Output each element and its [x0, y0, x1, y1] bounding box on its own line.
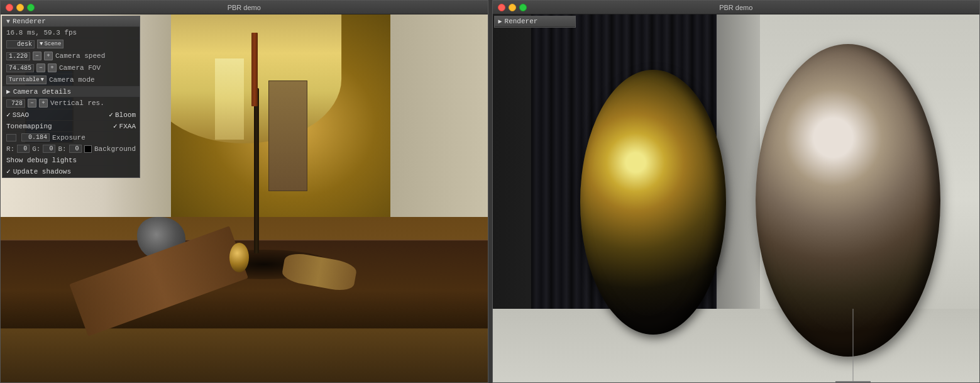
camera-speed-row: 1.220 − + Camera speed	[3, 50, 140, 62]
left-traffic-lights	[6, 4, 35, 11]
left-titlebar: PBR demo	[1, 1, 488, 14]
camera-mode-row: Turntable ▼ Camera mode	[3, 74, 140, 86]
tripod	[823, 291, 882, 382]
debug-lights-label: Show debug lights	[6, 157, 77, 164]
right-maximize-button[interactable]	[519, 4, 527, 11]
right-play-icon: ▶	[498, 18, 502, 25]
vertical-res-label: Vertical res.	[50, 99, 104, 107]
fxaa-check-icon: ✓	[113, 122, 118, 130]
candle-holder	[254, 88, 259, 253]
right-renderer-panel: ▶ Renderer	[494, 16, 576, 28]
bg-b-value: 0	[69, 145, 82, 153]
debug-lights-row[interactable]: Show debug lights	[3, 155, 140, 166]
g-label: G:	[32, 145, 40, 153]
camera-details-label: Camera details	[13, 88, 71, 96]
right-minimize-button[interactable]	[509, 4, 516, 11]
camera-fov-plus[interactable]: +	[48, 64, 57, 72]
left-minimize-button[interactable]	[16, 4, 24, 11]
scene-dropdown-label: Scene	[44, 41, 61, 47]
tonemapping-label: Tonemapping	[6, 123, 52, 130]
dropdown-arrow-icon: ▼	[40, 41, 43, 47]
update-shadows-label: Update shadows	[13, 168, 71, 175]
ssao-check-icon: ✓	[6, 111, 11, 119]
right-close-button[interactable]	[498, 4, 505, 11]
camera-speed-value: 1.220	[6, 52, 30, 60]
bloom-checkbox[interactable]: ✓ Bloom	[109, 111, 136, 119]
exposure-value: 0.184	[21, 133, 50, 142]
vertical-res-minus[interactable]: −	[28, 99, 36, 108]
metal-sphere	[580, 70, 726, 335]
panel-header-label: Renderer	[13, 18, 46, 25]
update-shadows-check-icon: ✓	[6, 167, 11, 175]
ssao-checkbox[interactable]: ✓ SSAO	[6, 111, 29, 119]
background-window	[215, 58, 244, 140]
scene-dropdown[interactable]: ▼ Scene	[37, 40, 63, 48]
panel-arrow-icon: ▼	[6, 18, 10, 25]
right-panel-header-label: Renderer	[505, 18, 538, 25]
camera-fov-minus[interactable]: −	[36, 64, 45, 72]
exposure-row: 0.184 Exposure	[3, 132, 140, 143]
bg-r-value: 0	[17, 145, 30, 153]
right-traffic-lights	[498, 4, 527, 11]
camera-fov-row: 74.485 − + Camera FOV	[3, 62, 140, 74]
bloom-check-icon: ✓	[109, 111, 113, 119]
camera-fov-value: 74.485	[6, 64, 34, 72]
ssao-bloom-row: ✓ SSAO ✓ Bloom	[3, 109, 140, 121]
vertical-res-plus[interactable]: +	[39, 99, 48, 108]
background-door	[268, 80, 307, 191]
camera-mode-dropdown[interactable]: Turntable ▼	[6, 75, 47, 84]
right-window-title: PBR demo	[719, 4, 752, 11]
left-maximize-button[interactable]	[27, 4, 35, 11]
tonemapping-checkbox[interactable]: Tonemapping	[6, 123, 52, 130]
renderer-panel: ▼ Renderer 16.8 ms, 59.3 fps desk ▼ Scen…	[2, 16, 140, 178]
background-label: Background	[94, 145, 136, 153]
right-window: PBR demo ▶ Renderer	[492, 0, 981, 383]
fxaa-label: FXAA	[119, 123, 136, 130]
camera-speed-plus[interactable]: +	[44, 52, 53, 60]
camera-details-arrow-icon: ▶	[6, 87, 11, 96]
exposure-label: Exposure	[52, 134, 85, 142]
right-titlebar: PBR demo	[493, 1, 980, 14]
camera-mode-arrow-icon: ▼	[41, 77, 44, 83]
r-label: R:	[6, 145, 14, 153]
candle	[251, 33, 258, 106]
update-shadows-row[interactable]: ✓ Update shadows	[3, 166, 140, 177]
right-window-content: ▶ Renderer	[493, 14, 980, 382]
left-window-title: PBR demo	[228, 4, 261, 11]
bloom-label: Bloom	[115, 111, 136, 119]
camera-mode-value: Turntable	[9, 77, 40, 83]
small-sphere	[229, 243, 249, 272]
panel-header[interactable]: ▼ Renderer	[3, 16, 140, 27]
stats-text: 16.8 ms, 59.3 fps	[6, 29, 77, 36]
camera-details-row[interactable]: ▶ Camera details	[3, 86, 140, 97]
camera-mode-label: Camera mode	[49, 76, 95, 84]
background-color-swatch[interactable]	[84, 145, 92, 153]
camera-speed-minus[interactable]: −	[33, 52, 41, 60]
tonemapping-fxaa-row: Tonemapping ✓ FXAA	[3, 121, 140, 132]
right-panel-header[interactable]: ▶ Renderer	[495, 16, 575, 27]
scene-row: desk ▼ Scene	[3, 38, 140, 50]
camera-fov-label: Camera FOV	[59, 64, 101, 72]
left-close-button[interactable]	[6, 4, 13, 11]
bg-g-value: 0	[43, 145, 55, 153]
exposure-toggle[interactable]	[6, 134, 16, 142]
vertical-res-value: 728	[6, 99, 25, 108]
camera-speed-label: Camera speed	[55, 52, 105, 60]
scene-value: desk	[6, 40, 35, 48]
right-scene	[493, 14, 980, 382]
arch-ceiling	[146, 14, 341, 143]
left-window-content: ▼ Renderer 16.8 ms, 59.3 fps desk ▼ Scen…	[1, 14, 488, 382]
ssao-label: SSAO	[13, 111, 29, 119]
vertical-res-row: 728 − + Vertical res.	[3, 97, 140, 109]
left-window: PBR demo ▼ Renderer	[0, 0, 488, 383]
background-row: R: 0 G: 0 B: 0 Background	[3, 143, 140, 155]
b-label: B:	[58, 145, 66, 153]
stats-row: 16.8 ms, 59.3 fps	[3, 27, 140, 38]
fxaa-checkbox[interactable]: ✓ FXAA	[113, 122, 136, 130]
